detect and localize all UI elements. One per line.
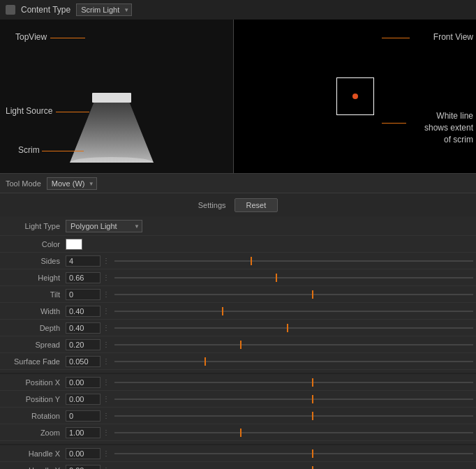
prop-row-spread: Spread⋮ [0,336,476,353]
content-type-select[interactable]: Scrim Light [76,3,132,16]
prop-label: Surface Fade [3,357,66,366]
prop-slider-track[interactable] [114,453,473,454]
prop-row-position-x: Position X⋮ [0,374,476,391]
prop-label: Handle X [3,449,66,458]
prop-value-input[interactable] [66,410,101,422]
prop-dots-menu[interactable]: ⋮ [101,307,112,315]
prop-value-input[interactable] [66,289,101,300]
prop-slider-marker [312,466,313,470]
prop-label: Tilt [3,290,66,299]
prop-row-height: Height⋮ [0,269,476,286]
prop-row-position-y: Position Y⋮ [0,391,476,408]
prop-dots-menu[interactable]: ⋮ [101,429,112,436]
front-view-viewport[interactable] [234,20,476,173]
tool-mode-bar: Tool Mode Move (W) [0,173,476,193]
prop-row-sides: Sides⋮ [0,253,476,269]
prop-slider-track[interactable] [114,311,473,312]
prop-value-input[interactable] [66,322,101,334]
prop-slider-marker [222,307,223,315]
prop-slider-marker [204,357,206,366]
prop-slider-marker [312,412,313,420]
tool-mode-select-wrap[interactable]: Move (W) [47,177,97,190]
prop-dots-menu[interactable]: ⋮ [101,412,112,419]
prop-slider-marker [312,395,313,403]
prop-slider-track[interactable] [114,294,473,295]
prop-dots-menu[interactable]: ⋮ [101,324,112,332]
light-type-select[interactable]: Polygon Light [66,220,142,232]
prop-row-surface-fade: Surface Fade⋮ [0,353,476,370]
svg-rect-1 [92,93,131,103]
prop-rows-handle: Handle X⋮Handle Y⋮ [0,444,476,469]
viewports-row [0,20,476,173]
front-dot [352,94,358,99]
prop-value-input[interactable] [66,448,101,459]
prop-dots-menu[interactable]: ⋮ [101,378,112,386]
prop-slider-marker [287,324,288,332]
prop-rows-main: Sides⋮Height⋮Tilt⋮Width⋮Depth⋮Spread⋮Sur… [0,253,476,370]
properties-panel: Light Type Polygon Light Color Sides⋮Hei… [0,216,476,469]
settings-bar: Settings Reset [0,193,476,216]
prop-slider-marker [240,429,241,437]
content-type-select-wrap[interactable]: Scrim Light [76,3,132,16]
prop-dots-menu[interactable]: ⋮ [101,257,112,265]
color-label: Color [3,240,66,248]
prop-row-handle-x: Handle X⋮ [0,445,476,462]
prop-value-input[interactable] [66,306,101,317]
prop-slider-track[interactable] [114,277,473,278]
svg-marker-0 [70,93,154,163]
front-dot-container [336,77,374,115]
prop-slider-track[interactable] [114,260,473,262]
tool-mode-select[interactable]: Move (W) [47,177,97,190]
prop-slider-track[interactable] [114,344,473,345]
prop-dots-menu[interactable]: ⋮ [101,449,112,457]
prop-dots-menu[interactable]: ⋮ [101,466,112,469]
prop-label: Spread [3,341,66,349]
prop-slider-marker [312,378,313,387]
prop-dots-menu[interactable]: ⋮ [101,274,112,281]
prop-label: Handle Y [3,466,66,470]
top-bar: Content Type Scrim Light [0,0,476,20]
prop-dots-menu[interactable]: ⋮ [101,290,112,298]
prop-slider-track[interactable] [114,361,473,362]
reset-button[interactable]: Reset [235,198,278,212]
prop-row-tilt: Tilt⋮ [0,286,476,303]
tool-mode-label: Tool Mode [6,179,41,188]
prop-value-input[interactable] [66,356,101,367]
prop-value-input[interactable] [66,377,101,388]
prop-label: Rotation [3,412,66,420]
prop-value-input[interactable] [66,272,101,283]
prop-row-rotation: Rotation⋮ [0,408,476,424]
prop-value-input[interactable] [66,255,101,267]
prop-value-input[interactable] [66,339,101,350]
prop-value-input[interactable] [66,394,101,405]
scrim-light-graphic [42,93,181,163]
prop-slider-track[interactable] [114,432,473,433]
color-swatch[interactable] [66,239,82,250]
prop-rows-position: Position X⋮Position Y⋮Rotation⋮Zoom⋮ [0,373,476,441]
prop-slider-marker [240,341,241,349]
prop-slider-track[interactable] [114,399,473,400]
light-type-label: Light Type [3,222,66,230]
prop-slider-marker [312,449,313,458]
prop-slider-track[interactable] [114,415,473,417]
viewports-section: TopView Front View Light Source Scrim Wh… [0,20,476,173]
prop-value-input[interactable] [66,427,101,438]
prop-label: Height [3,274,66,282]
color-row: Color [0,236,476,253]
prop-label: Position Y [3,395,66,403]
prop-dots-menu[interactable]: ⋮ [101,357,112,365]
prop-row-handle-y: Handle Y⋮ [0,462,476,469]
prop-slider-track[interactable] [114,382,473,383]
top-view-viewport[interactable] [0,20,234,173]
prop-row-zoom: Zoom⋮ [0,424,476,441]
settings-link[interactable]: Settings [198,201,226,209]
prop-row-width: Width⋮ [0,303,476,320]
light-type-select-wrap[interactable]: Polygon Light [66,220,142,232]
prop-label: Depth [3,324,66,332]
prop-slider-marker [312,290,313,299]
prop-slider-track[interactable] [114,327,473,329]
prop-slider-marker [276,274,277,282]
prop-value-input[interactable] [66,465,101,470]
prop-dots-menu[interactable]: ⋮ [101,341,112,348]
prop-dots-menu[interactable]: ⋮ [101,395,112,403]
